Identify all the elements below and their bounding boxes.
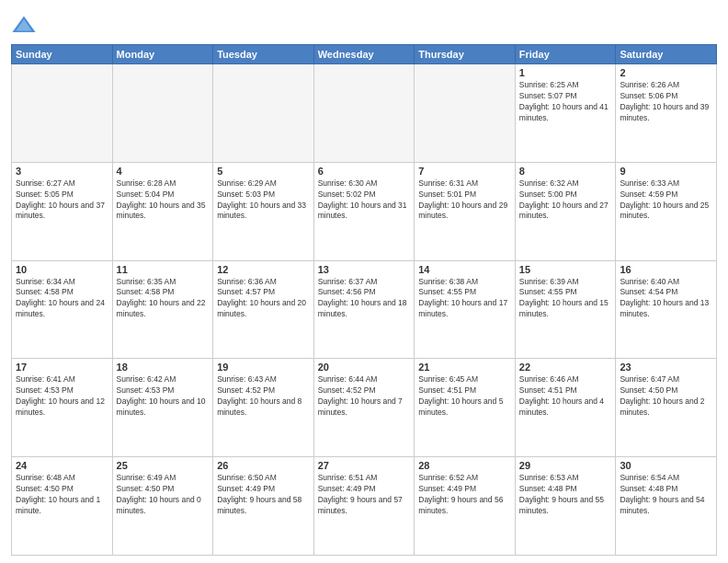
day-info: Sunrise: 6:49 AMSunset: 4:50 PMDaylight:… — [117, 473, 210, 517]
day-number: 28 — [418, 460, 511, 471]
day-info: Sunrise: 6:39 AMSunset: 4:55 PMDaylight:… — [519, 277, 612, 321]
calendar-week-1: 1Sunrise: 6:25 AMSunset: 5:07 PMDaylight… — [12, 64, 717, 163]
day-number: 2 — [620, 67, 712, 78]
page-container: SundayMondayTuesdayWednesdayThursdayFrid… — [0, 0, 728, 563]
calendar-cell: 8Sunrise: 6:32 AMSunset: 5:00 PMDaylight… — [515, 162, 616, 260]
day-info: Sunrise: 6:40 AMSunset: 4:54 PMDaylight:… — [620, 277, 712, 321]
calendar-cell: 14Sunrise: 6:38 AMSunset: 4:55 PMDayligh… — [415, 260, 516, 359]
calendar-week-3: 10Sunrise: 6:34 AMSunset: 4:58 PMDayligh… — [12, 260, 717, 359]
calendar-cell — [313, 64, 415, 163]
calendar-cell — [12, 64, 113, 163]
day-info: Sunrise: 6:46 AMSunset: 4:51 PMDaylight:… — [519, 374, 612, 419]
calendar-header-friday: Friday — [515, 45, 616, 64]
calendar-cell: 30Sunrise: 6:54 AMSunset: 4:48 PMDayligh… — [616, 457, 717, 556]
day-info: Sunrise: 6:53 AMSunset: 4:48 PMDaylight:… — [519, 473, 612, 517]
day-number: 6 — [318, 166, 411, 177]
day-number: 12 — [217, 264, 310, 275]
day-info: Sunrise: 6:47 AMSunset: 4:50 PMDaylight:… — [620, 374, 712, 419]
day-info: Sunrise: 6:32 AMSunset: 5:00 PMDaylight:… — [519, 178, 612, 223]
calendar-cell: 2Sunrise: 6:26 AMSunset: 5:06 PMDaylight… — [616, 64, 717, 163]
calendar-cell: 4Sunrise: 6:28 AMSunset: 5:04 PMDaylight… — [112, 162, 213, 260]
day-number: 13 — [318, 264, 411, 275]
calendar-header-row: SundayMondayTuesdayWednesdayThursdayFrid… — [12, 45, 717, 64]
day-info: Sunrise: 6:26 AMSunset: 5:06 PMDaylight:… — [620, 80, 712, 124]
header — [11, 9, 717, 39]
day-info: Sunrise: 6:31 AMSunset: 5:01 PMDaylight:… — [418, 178, 511, 223]
day-info: Sunrise: 6:28 AMSunset: 5:04 PMDaylight:… — [117, 178, 210, 223]
calendar-cell — [213, 64, 314, 163]
calendar-cell: 11Sunrise: 6:35 AMSunset: 4:58 PMDayligh… — [112, 260, 213, 359]
calendar-week-2: 3Sunrise: 6:27 AMSunset: 5:05 PMDaylight… — [12, 162, 717, 260]
calendar-cell: 5Sunrise: 6:29 AMSunset: 5:03 PMDaylight… — [213, 162, 314, 260]
calendar-cell: 22Sunrise: 6:46 AMSunset: 4:51 PMDayligh… — [515, 359, 616, 457]
calendar-week-5: 24Sunrise: 6:48 AMSunset: 4:50 PMDayligh… — [12, 457, 717, 556]
day-info: Sunrise: 6:29 AMSunset: 5:03 PMDaylight:… — [217, 178, 310, 223]
day-info: Sunrise: 6:43 AMSunset: 4:52 PMDaylight:… — [217, 374, 310, 419]
day-info: Sunrise: 6:48 AMSunset: 4:50 PMDaylight:… — [16, 473, 108, 517]
calendar-cell — [415, 64, 516, 163]
calendar-cell: 9Sunrise: 6:33 AMSunset: 4:59 PMDaylight… — [616, 162, 717, 260]
calendar-cell: 25Sunrise: 6:49 AMSunset: 4:50 PMDayligh… — [112, 457, 213, 556]
logo-icon — [11, 13, 37, 39]
day-number: 25 — [117, 460, 210, 471]
logo — [11, 13, 40, 39]
day-info: Sunrise: 6:38 AMSunset: 4:55 PMDaylight:… — [418, 277, 511, 321]
day-number: 5 — [217, 166, 310, 177]
day-number: 20 — [318, 362, 411, 373]
day-info: Sunrise: 6:52 AMSunset: 4:49 PMDaylight:… — [418, 473, 511, 517]
day-info: Sunrise: 6:37 AMSunset: 4:56 PMDaylight:… — [318, 277, 411, 321]
calendar-cell: 23Sunrise: 6:47 AMSunset: 4:50 PMDayligh… — [616, 359, 717, 457]
calendar-cell: 18Sunrise: 6:42 AMSunset: 4:53 PMDayligh… — [112, 359, 213, 457]
calendar-week-4: 17Sunrise: 6:41 AMSunset: 4:53 PMDayligh… — [12, 359, 717, 457]
day-info: Sunrise: 6:25 AMSunset: 5:07 PMDaylight:… — [519, 80, 612, 124]
day-number: 17 — [16, 362, 108, 373]
calendar-header-saturday: Saturday — [616, 45, 717, 64]
day-number: 1 — [519, 67, 612, 78]
day-number: 3 — [16, 166, 108, 177]
day-info: Sunrise: 6:30 AMSunset: 5:02 PMDaylight:… — [318, 178, 411, 223]
day-info: Sunrise: 6:35 AMSunset: 4:58 PMDaylight:… — [117, 277, 210, 321]
calendar-cell: 21Sunrise: 6:45 AMSunset: 4:51 PMDayligh… — [415, 359, 516, 457]
calendar-cell: 24Sunrise: 6:48 AMSunset: 4:50 PMDayligh… — [12, 457, 113, 556]
day-number: 4 — [117, 166, 210, 177]
day-info: Sunrise: 6:34 AMSunset: 4:58 PMDaylight:… — [16, 277, 108, 321]
day-info: Sunrise: 6:51 AMSunset: 4:49 PMDaylight:… — [318, 473, 411, 517]
day-number: 27 — [318, 460, 411, 471]
day-number: 16 — [620, 264, 712, 275]
day-number: 24 — [16, 460, 108, 471]
calendar-cell: 26Sunrise: 6:50 AMSunset: 4:49 PMDayligh… — [213, 457, 314, 556]
calendar-cell: 10Sunrise: 6:34 AMSunset: 4:58 PMDayligh… — [12, 260, 113, 359]
calendar-cell: 13Sunrise: 6:37 AMSunset: 4:56 PMDayligh… — [313, 260, 415, 359]
calendar-table: SundayMondayTuesdayWednesdayThursdayFrid… — [11, 44, 717, 556]
day-info: Sunrise: 6:41 AMSunset: 4:53 PMDaylight:… — [16, 374, 108, 419]
day-number: 29 — [519, 460, 612, 471]
calendar-cell: 17Sunrise: 6:41 AMSunset: 4:53 PMDayligh… — [12, 359, 113, 457]
calendar-header-sunday: Sunday — [12, 45, 113, 64]
calendar-cell: 7Sunrise: 6:31 AMSunset: 5:01 PMDaylight… — [415, 162, 516, 260]
calendar-header-tuesday: Tuesday — [213, 45, 314, 64]
day-info: Sunrise: 6:54 AMSunset: 4:48 PMDaylight:… — [620, 473, 712, 517]
calendar-cell: 27Sunrise: 6:51 AMSunset: 4:49 PMDayligh… — [313, 457, 415, 556]
day-number: 14 — [418, 264, 511, 275]
day-number: 23 — [620, 362, 712, 373]
day-number: 10 — [16, 264, 108, 275]
calendar-cell: 3Sunrise: 6:27 AMSunset: 5:05 PMDaylight… — [12, 162, 113, 260]
day-info: Sunrise: 6:36 AMSunset: 4:57 PMDaylight:… — [217, 277, 310, 321]
calendar-cell: 6Sunrise: 6:30 AMSunset: 5:02 PMDaylight… — [313, 162, 415, 260]
calendar-cell: 12Sunrise: 6:36 AMSunset: 4:57 PMDayligh… — [213, 260, 314, 359]
day-info: Sunrise: 6:27 AMSunset: 5:05 PMDaylight:… — [16, 178, 108, 223]
calendar-header-thursday: Thursday — [415, 45, 516, 64]
calendar-cell: 16Sunrise: 6:40 AMSunset: 4:54 PMDayligh… — [616, 260, 717, 359]
calendar-cell: 19Sunrise: 6:43 AMSunset: 4:52 PMDayligh… — [213, 359, 314, 457]
calendar-cell: 1Sunrise: 6:25 AMSunset: 5:07 PMDaylight… — [515, 64, 616, 163]
calendar-header-wednesday: Wednesday — [313, 45, 415, 64]
day-number: 8 — [519, 166, 612, 177]
day-number: 19 — [217, 362, 310, 373]
day-number: 18 — [117, 362, 210, 373]
day-info: Sunrise: 6:50 AMSunset: 4:49 PMDaylight:… — [217, 473, 310, 517]
day-info: Sunrise: 6:45 AMSunset: 4:51 PMDaylight:… — [418, 374, 511, 419]
day-info: Sunrise: 6:42 AMSunset: 4:53 PMDaylight:… — [117, 374, 210, 419]
day-number: 11 — [117, 264, 210, 275]
day-number: 15 — [519, 264, 612, 275]
day-number: 22 — [519, 362, 612, 373]
